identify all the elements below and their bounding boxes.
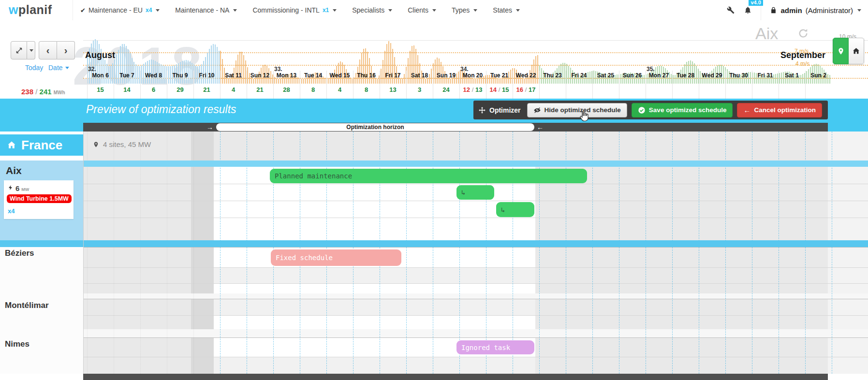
turbine-type-badge[interactable]: Wind Turbine 1.5MW bbox=[7, 194, 72, 203]
menu-item-types[interactable]: Types bbox=[452, 6, 477, 14]
week-number: 33. bbox=[274, 66, 282, 73]
day-gridline bbox=[167, 132, 167, 374]
summary-row bbox=[214, 132, 535, 161]
day-label: Sun 12 bbox=[247, 72, 273, 79]
bar-ignored-task[interactable]: Ignored task bbox=[456, 340, 534, 354]
row-divider bbox=[83, 315, 868, 316]
save-optimized-schedule-button[interactable]: Save optimized schedule bbox=[632, 103, 733, 117]
user-menu[interactable]: admin (Administrator) bbox=[770, 6, 861, 15]
day-availability-value: 3 bbox=[406, 86, 433, 93]
wind-bar bbox=[425, 79, 426, 84]
wind-bar bbox=[239, 52, 240, 84]
site-label-aix[interactable]: Aix bbox=[6, 165, 22, 176]
wind-bar bbox=[499, 79, 500, 84]
wind-bar bbox=[437, 58, 438, 84]
wind-bar bbox=[205, 57, 206, 84]
wind-bar bbox=[130, 53, 131, 84]
app-logo[interactable]: wplanif bbox=[9, 0, 52, 20]
menu-item-commissioning-intl[interactable]: Commissioning - INTLx1 bbox=[252, 6, 337, 14]
wind-bar bbox=[207, 53, 208, 84]
check-icon: ✔ bbox=[80, 7, 86, 14]
timeline-header: 2018 7 m/s4 m/s1 m/s ‹ › Today Date 238 … bbox=[0, 20, 868, 99]
bar-fixed-schedule[interactable]: Fixed schedule bbox=[271, 249, 401, 266]
map-pin-icon bbox=[837, 46, 845, 56]
menu-count-badge: x1 bbox=[323, 7, 329, 14]
wind-bar bbox=[448, 78, 449, 84]
menu-item-clients[interactable]: Clients bbox=[408, 6, 436, 14]
prev-period-button[interactable]: ‹ bbox=[39, 41, 57, 59]
menu-item-maintenance-na[interactable]: Maintenance - NA bbox=[175, 6, 237, 14]
site-power-unit: MW bbox=[21, 187, 29, 192]
optimizer-label: Optimizer bbox=[478, 106, 521, 114]
menu-item-specialists[interactable]: Specialists bbox=[352, 6, 392, 14]
wind-bar bbox=[473, 79, 474, 84]
site-label-nimes[interactable]: Nimes bbox=[5, 339, 29, 349]
refresh-icon[interactable] bbox=[798, 28, 809, 41]
today-link[interactable]: Today bbox=[25, 64, 43, 72]
site-power: 6 MW bbox=[8, 184, 29, 192]
home-view-button[interactable] bbox=[849, 38, 864, 64]
site-rows-nimes bbox=[535, 337, 868, 374]
home-icon bbox=[852, 47, 860, 55]
eye-slash-icon bbox=[533, 106, 541, 114]
wind-bar bbox=[241, 52, 242, 84]
lightning-bolt-icon bbox=[8, 184, 14, 191]
section-gap bbox=[0, 329, 868, 337]
map-view-button[interactable] bbox=[833, 38, 849, 64]
site-rows-beziers bbox=[535, 247, 868, 293]
site-rows-montelimar bbox=[191, 299, 214, 329]
day-availability-value: 4 bbox=[326, 86, 353, 93]
day-availability-value: 13 bbox=[380, 86, 406, 93]
next-period-button[interactable]: › bbox=[57, 41, 75, 59]
day-availability-value: 12 / 13 bbox=[459, 86, 486, 93]
wind-bar bbox=[408, 58, 409, 84]
menu-item-states[interactable]: States bbox=[493, 6, 520, 14]
day-label: Sat 25 bbox=[592, 72, 619, 79]
row-divider bbox=[83, 357, 868, 357]
day-availability-value: 24 bbox=[433, 86, 459, 93]
chevron-down-icon bbox=[333, 9, 337, 12]
wind-bar bbox=[535, 56, 536, 84]
menu-label: Specialists bbox=[352, 6, 384, 14]
settings-wrench-icon[interactable] bbox=[727, 6, 735, 15]
main-menu: ✔Maintenance - EUx4Maintenance - NACommi… bbox=[80, 0, 520, 20]
sites-summary-text: 4 sites, 45 MW bbox=[103, 140, 151, 148]
date-dropdown[interactable]: Date bbox=[48, 64, 69, 72]
day-availability-value: 28 bbox=[273, 86, 300, 93]
date-label: Date bbox=[48, 64, 63, 72]
site-label-montelimar[interactable]: Montélimar bbox=[5, 301, 49, 310]
wind-bar bbox=[132, 58, 132, 84]
bar-planned-sub-1[interactable]: ↳ bbox=[456, 185, 494, 200]
notifications-bell-icon[interactable]: v4.0 bbox=[744, 6, 752, 15]
horizon-left-arrow-icon[interactable]: ← bbox=[537, 123, 544, 132]
expand-range-button[interactable] bbox=[11, 41, 27, 59]
nav-arrows-group: ‹ › bbox=[39, 41, 75, 59]
range-dropdown-button[interactable] bbox=[27, 41, 35, 59]
optimization-horizon-pill[interactable]: Optimization horizon bbox=[216, 123, 534, 131]
wind-bar bbox=[377, 79, 378, 84]
menu-item-maintenance-eu[interactable]: ✔Maintenance - EUx4 bbox=[80, 6, 160, 14]
day-label: Wed 8 bbox=[140, 72, 167, 79]
bar-planned-sub-2[interactable]: ↳ bbox=[496, 202, 534, 217]
wind-bar bbox=[253, 79, 254, 84]
day-label: Thu 9 bbox=[167, 72, 193, 79]
day-gridline bbox=[486, 132, 486, 374]
day-availability-value: 29 bbox=[167, 86, 193, 93]
wind-bar bbox=[359, 59, 360, 84]
bar-planned-maintenance[interactable]: Planned maintenance bbox=[270, 169, 587, 183]
hide-optimized-schedule-button[interactable]: Hide optimized schedule bbox=[527, 103, 627, 117]
optimization-horizon-strip: → Optimization horizon ← bbox=[83, 123, 828, 132]
day-gridline bbox=[140, 132, 141, 374]
logo-divider bbox=[73, 0, 73, 20]
horizon-right-arrow-icon[interactable]: → bbox=[206, 123, 213, 132]
production-unit: MWh bbox=[54, 90, 65, 95]
country-header-france[interactable]: France bbox=[0, 134, 83, 156]
wind-bar bbox=[367, 52, 368, 84]
day-gridline bbox=[433, 132, 433, 374]
gantt-bottom-scrollbar[interactable] bbox=[83, 374, 828, 380]
day-availability-value: 21 bbox=[193, 86, 220, 93]
wind-bar bbox=[477, 78, 478, 84]
day-label: Thu 16 bbox=[353, 72, 380, 79]
cancel-optimization-button[interactable]: ← Cancel optimization bbox=[737, 103, 822, 117]
site-label-beziers[interactable]: Béziers bbox=[5, 248, 34, 258]
